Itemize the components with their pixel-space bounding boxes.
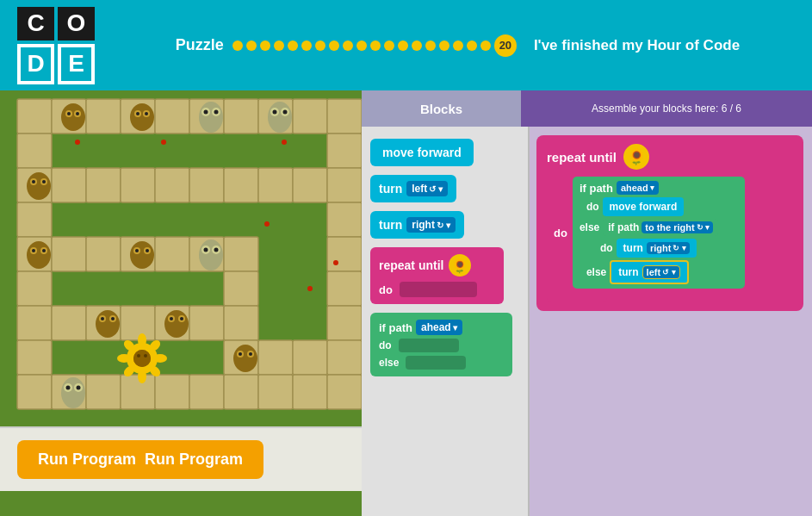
- left-tag: left ↺ ▾: [406, 181, 448, 196]
- svg-rect-32: [327, 237, 362, 271]
- svg-rect-5: [155, 99, 189, 134]
- svg-point-83: [273, 110, 277, 115]
- svg-point-131: [66, 386, 71, 390]
- dot-8: [329, 40, 339, 51]
- svg-point-63: [333, 260, 338, 265]
- svg-point-108: [101, 317, 104, 320]
- svg-point-68: [67, 112, 71, 115]
- ws-move-forward-block[interactable]: move forward: [603, 197, 685, 216]
- ws-if-path-right[interactable]: if path to the right ↻ ▾: [603, 219, 718, 236]
- svg-rect-41: [189, 306, 224, 340]
- workspace-repeat-block[interactable]: repeat until 🌻 do if path ahead: [536, 135, 803, 311]
- svg-point-65: [61, 103, 85, 131]
- dot-4: [274, 40, 284, 51]
- assemble-tab[interactable]: Assemble your blocks here: 6 / 6: [521, 90, 812, 127]
- svg-point-127: [144, 354, 147, 357]
- blocks-tab[interactable]: Blocks: [362, 90, 521, 127]
- svg-point-110: [164, 310, 189, 338]
- dot-current: 20: [494, 34, 517, 57]
- repeat-until-block[interactable]: repeat until 🌻 do: [370, 247, 504, 304]
- svg-point-104: [214, 248, 219, 252]
- svg-rect-57: [293, 375, 327, 409]
- dot-19: [480, 40, 491, 51]
- svg-point-125: [133, 350, 151, 367]
- turn-right-block[interactable]: turn right ↻ ▾: [370, 211, 464, 239]
- svg-rect-18: [189, 168, 224, 202]
- dot-12: [384, 40, 394, 51]
- move-forward-block[interactable]: move forward: [370, 139, 474, 166]
- svg-point-117: [138, 333, 146, 347]
- svg-point-119: [117, 354, 131, 363]
- svg-rect-31: [224, 237, 258, 271]
- svg-rect-19: [224, 168, 258, 202]
- svg-point-62: [264, 221, 270, 227]
- svg-point-118: [138, 370, 146, 383]
- svg-rect-58: [327, 375, 362, 409]
- svg-rect-14: [52, 168, 86, 202]
- dot-10: [356, 40, 367, 51]
- svg-point-60: [161, 140, 166, 145]
- svg-rect-47: [293, 340, 327, 375]
- svg-point-114: [180, 317, 183, 320]
- dot-16: [439, 40, 449, 51]
- svg-point-126: [137, 354, 140, 357]
- svg-rect-7: [224, 99, 258, 134]
- svg-rect-24: [327, 202, 362, 237]
- svg-rect-54: [189, 375, 224, 409]
- run-button[interactable]: Run ProgramRun Program: [17, 440, 263, 479]
- maze: [9, 90, 353, 426]
- svg-rect-36: [17, 306, 52, 340]
- dot-5: [288, 40, 298, 51]
- right-tag: right ↻ ▾: [406, 217, 455, 233]
- svg-rect-15: [86, 168, 121, 202]
- svg-rect-33: [17, 271, 52, 306]
- svg-rect-48: [327, 340, 362, 375]
- svg-point-64: [307, 286, 313, 291]
- svg-rect-37: [52, 306, 86, 340]
- ws-right-tag: to the right ↻ ▾: [642, 221, 713, 233]
- svg-rect-34: [224, 271, 258, 306]
- svg-rect-27: [86, 237, 121, 271]
- dot-9: [343, 40, 353, 51]
- dot-3: [260, 40, 270, 51]
- main-area: Run ProgramRun Program Blocks Assemble y…: [0, 90, 812, 516]
- ws-turn-left-block[interactable]: turn left ↺ ▾: [610, 260, 688, 284]
- svg-rect-21: [293, 168, 327, 202]
- svg-point-89: [42, 180, 46, 183]
- svg-point-137: [249, 352, 252, 356]
- logo-e: E: [58, 44, 95, 84]
- svg-rect-26: [52, 237, 86, 271]
- svg-point-133: [233, 345, 257, 372]
- svg-point-85: [27, 172, 51, 200]
- svg-point-84: [283, 110, 288, 115]
- svg-point-93: [32, 249, 35, 252]
- svg-rect-10: [327, 99, 362, 134]
- svg-rect-3: [86, 99, 121, 134]
- if-path-block[interactable]: if path ahead ▾ do else: [370, 313, 512, 376]
- svg-rect-44: [17, 340, 52, 375]
- svg-point-94: [42, 249, 46, 252]
- block-tail: [547, 292, 607, 302]
- ws-if-path-ahead[interactable]: if path ahead ▾ do move forward: [573, 177, 745, 289]
- svg-rect-55: [224, 375, 258, 409]
- turn-left-block[interactable]: turn left ↺ ▾: [370, 175, 456, 202]
- dot-14: [412, 40, 422, 51]
- svg-point-69: [76, 112, 79, 115]
- svg-rect-23: [17, 202, 52, 237]
- svg-point-95: [130, 241, 154, 269]
- svg-point-132: [77, 386, 81, 390]
- svg-rect-35: [327, 271, 362, 306]
- svg-rect-20: [258, 168, 293, 202]
- ws-left-dir-tag: left ↺ ▾: [642, 265, 680, 279]
- svg-rect-17: [155, 168, 189, 202]
- svg-rect-53: [155, 375, 189, 409]
- puzzle-dots: 20: [232, 34, 517, 57]
- blocks-header: Blocks Assemble your blocks here: 6 / 6: [362, 90, 812, 127]
- svg-point-70: [130, 103, 154, 131]
- svg-rect-22: [327, 168, 362, 202]
- svg-rect-11: [17, 134, 52, 168]
- blocks-content: move forward turn left ↺ ▾ turn right ↻ …: [362, 127, 812, 516]
- ws-turn-right-block[interactable]: turn right ↻ ▾: [617, 239, 697, 258]
- svg-rect-16: [121, 168, 155, 202]
- ws-right-dir-tag: right ↻ ▾: [647, 242, 690, 254]
